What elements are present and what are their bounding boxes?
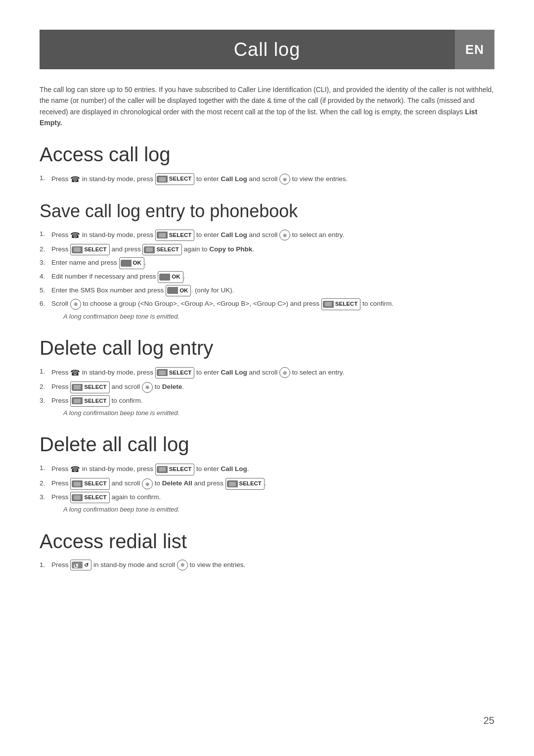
select-button: SELECT [155,464,194,475]
scroll-icon: ⊕ [279,367,290,378]
delete-all-call-log-steps: 1. Press ☎ in stand-by mode, press SELEC… [40,463,494,515]
select-button: SELECT [225,478,265,490]
select-button-shape [72,480,83,487]
select-button-shape [72,246,83,253]
ok-button: OK [119,257,144,269]
list-item: 3. Press SELECT again to confirm. A long… [40,492,494,516]
phone-icon: ☎ [70,463,80,476]
select-button-shape [323,301,334,308]
confirmation-note: A long confirmation beep tone is emitted… [51,408,494,419]
redial-button: ↺ [70,560,91,571]
phone-icon: ☎ [70,366,80,379]
list-item: 2. Press SELECT and scroll ⊕ to Delete. [40,381,494,393]
list-item: 4. Edit number if necessary and press OK… [40,271,494,283]
select-button-shape [72,494,83,501]
list-item: 2. Press SELECT and scroll ⊕ to Delete A… [40,478,494,490]
ok-button-shape [159,274,170,281]
intro-text-body: The call log can store up to 50 entries.… [40,86,493,127]
phone-icon: ☎ [70,229,80,242]
select-button: SELECT [70,492,109,504]
list-item: 1. Press ☎ in stand-by mode, press SELEC… [40,229,494,242]
select-button-shape [157,176,168,183]
save-call-log-steps: 1. Press ☎ in stand-by mode, press SELEC… [40,229,494,322]
select-button: SELECT [155,173,194,185]
page-wrapper: Call log EN The call log can store up to… [0,0,534,756]
list-item: 1. Press ↺ in stand-by mode and scroll ⊕… [40,560,494,571]
scroll-icon: ⊕ [279,230,290,240]
list-item: 5. Enter the SMS Box number and press OK… [40,285,494,297]
select-button-shape [157,466,168,473]
scroll-icon: ⊕ [142,382,153,393]
ok-button-shape [167,287,178,294]
section-title-delete-call-log-entry: Delete call log entry [40,337,494,359]
select-button-shape [157,232,168,238]
section-save-call-log: Save call log entry to phonebook 1. Pres… [40,201,494,322]
scroll-icon: ⊕ [279,174,290,185]
section-title-access-call-log: Access call log [40,143,494,166]
select-button: SELECT [70,244,109,256]
ok-button: OK [158,271,183,283]
select-button: SELECT [142,244,181,256]
select-button: SELECT [155,230,194,241]
select-button-shape [157,369,168,376]
select-button: SELECT [321,298,360,310]
ok-button: OK [166,285,191,297]
list-empty-text: List Empty. [40,108,477,127]
list-item: 1. Press ☎ in stand-by mode, press SELEC… [40,366,494,379]
select-button: SELECT [70,381,109,393]
intro-paragraph: The call log can store up to 50 entries.… [40,84,494,129]
list-item: 6. Scroll ⊕ to choose a group (<No Group… [40,298,494,322]
access-call-log-steps: 1. Press ☎ in stand-by mode, press SELEC… [40,173,494,186]
select-button-shape [72,384,83,391]
select-button-shape [72,397,83,404]
redial-button-shape [72,562,83,568]
scroll-icon: ⊕ [177,560,188,570]
list-item: 3. Press SELECT to confirm. A long confi… [40,395,494,419]
section-title-save-call-log: Save call log entry to phonebook [40,201,494,222]
list-item: 2. Press SELECT and press SELECT again t… [40,244,494,256]
section-title-delete-all-call-log: Delete all call log [40,433,494,456]
lang-badge: EN [455,30,494,69]
header-bar: Call log EN [40,30,494,69]
scroll-icon: ⊕ [142,478,153,489]
list-item: 3. Enter name and press OK. [40,257,494,269]
access-redial-list-steps: 1. Press ↺ in stand-by mode and scroll ⊕… [40,560,494,571]
confirmation-note: A long confirmation beep tone is emitted… [51,504,494,515]
section-access-redial-list: Access redial list 1. Press ↺ in stand-b… [40,530,494,571]
list-item: 1. Press ☎ in stand-by mode, press SELEC… [40,463,494,476]
select-button-shape [227,480,238,487]
section-delete-call-log-entry: Delete call log entry 1. Press ☎ in stan… [40,337,494,419]
scroll-icon: ⊕ [70,299,81,310]
section-delete-all-call-log: Delete all call log 1. Press ☎ in stand-… [40,433,494,515]
select-button: SELECT [70,395,109,407]
list-item: 1. Press ☎ in stand-by mode, press SELEC… [40,173,494,186]
select-button: SELECT [70,478,109,490]
page-number: 25 [484,715,494,726]
confirmation-note: A long confirmation beep tone is emitted… [51,311,494,322]
select-button-shape [144,246,155,253]
ok-button-shape [121,260,132,267]
page-title: Call log [234,39,301,60]
delete-call-log-entry-steps: 1. Press ☎ in stand-by mode, press SELEC… [40,366,494,419]
phone-icon: ☎ [70,173,80,186]
select-button: SELECT [155,367,194,379]
section-access-call-log: Access call log 1. Press ☎ in stand-by m… [40,143,494,186]
section-title-access-redial-list: Access redial list [40,530,494,553]
